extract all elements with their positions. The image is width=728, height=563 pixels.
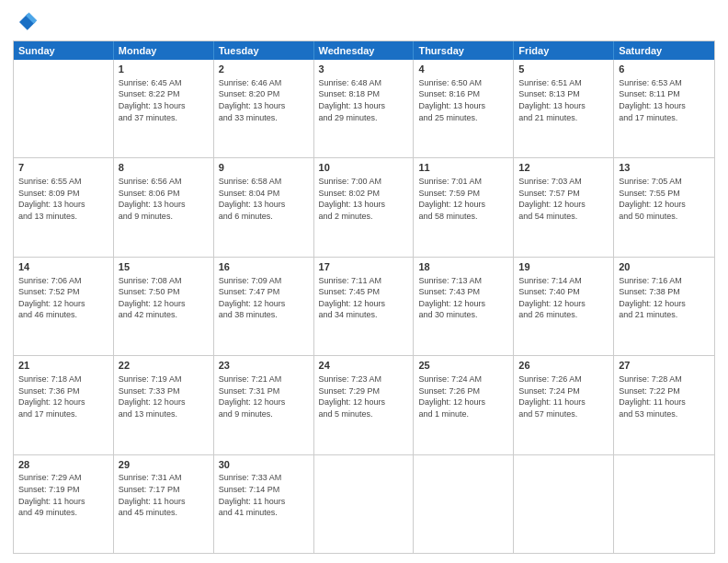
calendar-cell xyxy=(514,455,614,553)
calendar-cell: 7Sunrise: 6:55 AM Sunset: 8:09 PM Daylig… xyxy=(14,158,114,256)
day-number: 25 xyxy=(418,359,508,373)
calendar-cell: 29Sunrise: 7:31 AM Sunset: 7:17 PM Dayli… xyxy=(114,455,214,553)
calendar-cell: 10Sunrise: 7:00 AM Sunset: 8:02 PM Dayli… xyxy=(314,158,415,256)
day-number: 19 xyxy=(518,260,609,274)
day-info: Sunrise: 7:23 AM Sunset: 7:29 PM Dayligh… xyxy=(319,373,409,419)
day-number: 12 xyxy=(518,161,609,175)
calendar-header-cell: Monday xyxy=(114,41,214,60)
calendar-cell: 2Sunrise: 6:46 AM Sunset: 8:20 PM Daylig… xyxy=(214,60,314,157)
calendar-header-cell: Sunday xyxy=(14,41,114,60)
day-number: 3 xyxy=(319,63,409,76)
calendar-cell: 4Sunrise: 6:50 AM Sunset: 8:16 PM Daylig… xyxy=(414,60,514,157)
calendar-week-3: 14Sunrise: 7:06 AM Sunset: 7:52 PM Dayli… xyxy=(14,258,714,356)
day-number: 8 xyxy=(119,161,209,175)
day-number: 11 xyxy=(418,161,508,175)
day-info: Sunrise: 7:21 AM Sunset: 7:31 PM Dayligh… xyxy=(219,373,309,419)
calendar-cell: 17Sunrise: 7:11 AM Sunset: 7:45 PM Dayli… xyxy=(314,258,415,355)
day-number: 18 xyxy=(418,260,508,274)
day-number: 1 xyxy=(119,63,209,76)
day-info: Sunrise: 6:45 AM Sunset: 8:22 PM Dayligh… xyxy=(119,77,209,123)
calendar-header-cell: Saturday xyxy=(614,41,714,60)
calendar-cell: 3Sunrise: 6:48 AM Sunset: 8:18 PM Daylig… xyxy=(314,60,415,157)
calendar-cell: 5Sunrise: 6:51 AM Sunset: 8:13 PM Daylig… xyxy=(514,60,614,157)
calendar-cell: 12Sunrise: 7:03 AM Sunset: 7:57 PM Dayli… xyxy=(514,158,614,256)
day-number: 6 xyxy=(619,63,710,76)
day-number: 29 xyxy=(119,458,209,472)
calendar-header-cell: Tuesday xyxy=(214,41,314,60)
day-info: Sunrise: 7:26 AM Sunset: 7:24 PM Dayligh… xyxy=(518,373,609,419)
day-number: 16 xyxy=(219,260,309,274)
day-info: Sunrise: 7:16 AM Sunset: 7:38 PM Dayligh… xyxy=(619,275,710,321)
day-number: 13 xyxy=(619,161,710,175)
day-info: Sunrise: 6:56 AM Sunset: 8:06 PM Dayligh… xyxy=(119,176,209,222)
day-info: Sunrise: 7:14 AM Sunset: 7:40 PM Dayligh… xyxy=(518,275,609,321)
day-number: 5 xyxy=(518,63,609,76)
calendar-body: 1Sunrise: 6:45 AM Sunset: 8:22 PM Daylig… xyxy=(14,60,714,553)
day-info: Sunrise: 7:08 AM Sunset: 7:50 PM Dayligh… xyxy=(119,275,209,321)
calendar-week-5: 28Sunrise: 7:29 AM Sunset: 7:19 PM Dayli… xyxy=(14,455,714,553)
day-number: 15 xyxy=(119,260,209,274)
calendar-cell xyxy=(14,60,114,157)
day-info: Sunrise: 7:03 AM Sunset: 7:57 PM Dayligh… xyxy=(518,176,609,222)
calendar-cell: 9Sunrise: 6:58 AM Sunset: 8:04 PM Daylig… xyxy=(214,158,314,256)
calendar-cell: 6Sunrise: 6:53 AM Sunset: 8:11 PM Daylig… xyxy=(614,60,714,157)
day-number: 27 xyxy=(619,359,710,373)
calendar-cell: 14Sunrise: 7:06 AM Sunset: 7:52 PM Dayli… xyxy=(14,258,114,355)
day-number: 7 xyxy=(18,161,108,175)
calendar-cell: 26Sunrise: 7:26 AM Sunset: 7:24 PM Dayli… xyxy=(514,356,614,454)
calendar-cell: 16Sunrise: 7:09 AM Sunset: 7:47 PM Dayli… xyxy=(214,258,314,355)
day-info: Sunrise: 6:55 AM Sunset: 8:09 PM Dayligh… xyxy=(18,176,108,222)
calendar-cell: 19Sunrise: 7:14 AM Sunset: 7:40 PM Dayli… xyxy=(514,258,614,355)
day-number: 9 xyxy=(219,161,309,175)
calendar-cell: 27Sunrise: 7:28 AM Sunset: 7:22 PM Dayli… xyxy=(614,356,714,454)
day-info: Sunrise: 7:33 AM Sunset: 7:14 PM Dayligh… xyxy=(219,472,309,518)
day-number: 21 xyxy=(18,359,108,373)
day-info: Sunrise: 7:00 AM Sunset: 8:02 PM Dayligh… xyxy=(319,176,409,222)
calendar-header-cell: Wednesday xyxy=(314,41,415,60)
day-info: Sunrise: 7:18 AM Sunset: 7:36 PM Dayligh… xyxy=(18,373,108,419)
day-info: Sunrise: 7:01 AM Sunset: 7:59 PM Dayligh… xyxy=(418,176,508,222)
day-number: 26 xyxy=(518,359,609,373)
day-info: Sunrise: 7:19 AM Sunset: 7:33 PM Dayligh… xyxy=(119,373,209,419)
day-info: Sunrise: 7:28 AM Sunset: 7:22 PM Dayligh… xyxy=(619,373,710,419)
day-info: Sunrise: 7:13 AM Sunset: 7:43 PM Dayligh… xyxy=(418,275,508,321)
calendar-cell xyxy=(414,455,514,553)
calendar-cell: 13Sunrise: 7:05 AM Sunset: 7:55 PM Dayli… xyxy=(614,158,714,256)
day-info: Sunrise: 6:58 AM Sunset: 8:04 PM Dayligh… xyxy=(219,176,309,222)
calendar-week-4: 21Sunrise: 7:18 AM Sunset: 7:36 PM Dayli… xyxy=(14,356,714,454)
day-number: 24 xyxy=(319,359,409,373)
day-info: Sunrise: 6:48 AM Sunset: 8:18 PM Dayligh… xyxy=(319,77,409,123)
day-number: 4 xyxy=(418,63,508,76)
logo xyxy=(13,9,40,35)
day-number: 23 xyxy=(219,359,309,373)
day-number: 22 xyxy=(119,359,209,373)
logo-icon xyxy=(13,9,39,35)
day-info: Sunrise: 7:31 AM Sunset: 7:17 PM Dayligh… xyxy=(119,472,209,518)
day-number: 2 xyxy=(219,63,309,76)
calendar-cell: 22Sunrise: 7:19 AM Sunset: 7:33 PM Dayli… xyxy=(114,356,214,454)
day-number: 30 xyxy=(219,458,309,472)
calendar-cell: 25Sunrise: 7:24 AM Sunset: 7:26 PM Dayli… xyxy=(414,356,514,454)
day-number: 14 xyxy=(18,260,108,274)
day-info: Sunrise: 6:51 AM Sunset: 8:13 PM Dayligh… xyxy=(518,77,609,123)
day-info: Sunrise: 7:09 AM Sunset: 7:47 PM Dayligh… xyxy=(219,275,309,321)
day-info: Sunrise: 7:29 AM Sunset: 7:19 PM Dayligh… xyxy=(18,472,108,518)
calendar-cell: 11Sunrise: 7:01 AM Sunset: 7:59 PM Dayli… xyxy=(414,158,514,256)
calendar-cell xyxy=(614,455,714,553)
calendar-cell: 15Sunrise: 7:08 AM Sunset: 7:50 PM Dayli… xyxy=(114,258,214,355)
calendar: SundayMondayTuesdayWednesdayThursdayFrid… xyxy=(13,40,715,554)
calendar-header-cell: Friday xyxy=(514,41,614,60)
calendar-header-cell: Thursday xyxy=(414,41,514,60)
calendar-cell: 23Sunrise: 7:21 AM Sunset: 7:31 PM Dayli… xyxy=(214,356,314,454)
calendar-cell: 1Sunrise: 6:45 AM Sunset: 8:22 PM Daylig… xyxy=(114,60,214,157)
day-info: Sunrise: 6:53 AM Sunset: 8:11 PM Dayligh… xyxy=(619,77,710,123)
day-info: Sunrise: 6:46 AM Sunset: 8:20 PM Dayligh… xyxy=(219,77,309,123)
day-info: Sunrise: 7:24 AM Sunset: 7:26 PM Dayligh… xyxy=(418,373,508,419)
calendar-cell: 8Sunrise: 6:56 AM Sunset: 8:06 PM Daylig… xyxy=(114,158,214,256)
day-number: 17 xyxy=(319,260,409,274)
calendar-header-row: SundayMondayTuesdayWednesdayThursdayFrid… xyxy=(14,41,714,60)
calendar-week-2: 7Sunrise: 6:55 AM Sunset: 8:09 PM Daylig… xyxy=(14,158,714,257)
calendar-cell: 28Sunrise: 7:29 AM Sunset: 7:19 PM Dayli… xyxy=(14,455,114,553)
day-info: Sunrise: 7:11 AM Sunset: 7:45 PM Dayligh… xyxy=(319,275,409,321)
day-number: 20 xyxy=(619,260,710,274)
